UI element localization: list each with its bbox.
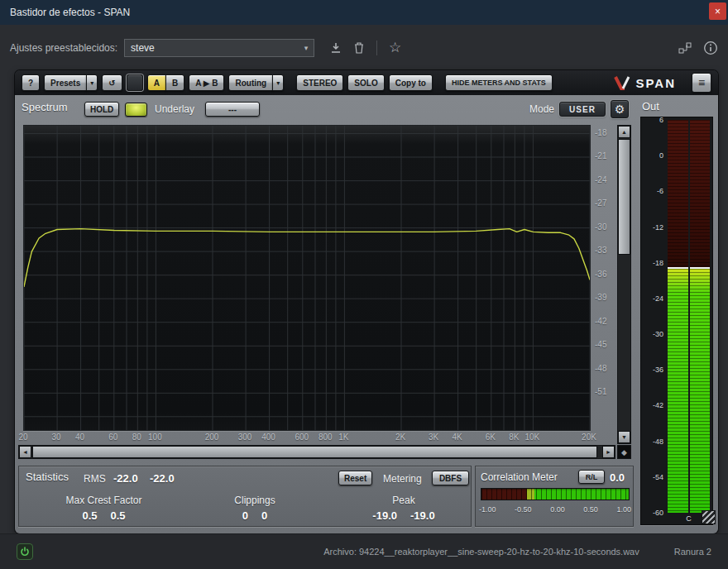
- range-resize-button[interactable]: ◆: [617, 445, 631, 459]
- db-tick-label: -39: [595, 293, 606, 302]
- hold-button[interactable]: HOLD: [84, 102, 119, 117]
- plugin-toolbar: ? Presets ▾ ↺ A B A ▶ B Routing ▾ STEREO…: [15, 70, 718, 95]
- metering-mode-button[interactable]: DBFS: [432, 471, 469, 485]
- correlation-value: 0.0: [610, 471, 625, 484]
- max-crest-label: Max Crest Factor: [65, 495, 141, 506]
- routing-group: Routing ▾: [228, 74, 284, 91]
- logo-text: SPAN: [635, 76, 676, 90]
- delete-preset-button[interactable]: [353, 41, 365, 55]
- voxengo-v-icon: [613, 75, 631, 90]
- undo-button[interactable]: ↺: [102, 74, 122, 91]
- presets-label: Ajustes preestablecidos:: [10, 42, 117, 54]
- vertical-scrollbar[interactable]: ▲ ▼: [617, 125, 631, 444]
- rms-value-right: -22.0: [150, 472, 175, 485]
- host-right-icons: [678, 41, 718, 55]
- db-tick-label: -48: [595, 364, 606, 373]
- freq-tick-label: 1K: [338, 433, 348, 442]
- freq-tick-label: 3K: [429, 433, 438, 442]
- a-to-b-button[interactable]: A ▶ B: [189, 74, 224, 91]
- underlay-button[interactable]: ---: [205, 102, 260, 117]
- mode-button[interactable]: USER: [559, 102, 606, 117]
- correlation-channel-button[interactable]: R/L: [578, 470, 605, 484]
- rms-label: RMS: [84, 473, 106, 485]
- out-tab[interactable]: Out: [642, 100, 659, 112]
- menu-button[interactable]: ≡: [692, 73, 711, 93]
- freq-tick-label: 400: [261, 433, 275, 442]
- solo-button[interactable]: SOLO: [347, 74, 384, 91]
- routing-button[interactable]: Routing: [228, 74, 273, 91]
- peak-label: Peak: [392, 495, 414, 506]
- freq-tick-label: 600: [295, 433, 309, 442]
- freq-tick-label: 200: [205, 433, 219, 442]
- title-bar[interactable]: Bastidor de efectos - SPAN ×: [0, 0, 728, 25]
- horizontal-scrollbar[interactable]: ◄ ►: [18, 445, 615, 459]
- presets-dropdown-arrow[interactable]: ▾: [86, 74, 98, 91]
- preset-select[interactable]: steve ▾: [124, 39, 314, 57]
- db-tick-label: -27: [595, 198, 606, 208]
- output-meter-panel: Out 60-6-12-18-24-30-36-42-48-54-60: [637, 98, 716, 527]
- scroll-left-button[interactable]: ◄: [19, 446, 31, 458]
- settings-gear-button[interactable]: ⚙: [611, 100, 629, 118]
- close-button[interactable]: ×: [709, 2, 726, 20]
- scroll-down-button[interactable]: ▼: [618, 431, 630, 443]
- copy-to-button[interactable]: Copy to: [389, 74, 433, 91]
- db-tick-label: -42: [595, 317, 606, 326]
- correlation-scale-label: 1.00: [616, 505, 631, 514]
- scroll-right-button[interactable]: ►: [602, 446, 615, 458]
- info-button[interactable]: [703, 41, 718, 55]
- statistics-tab[interactable]: Statistics: [26, 471, 69, 483]
- slot-label: Ranura 2: [674, 547, 711, 557]
- max-crest-value-left: 0.5: [82, 509, 97, 522]
- meter-segments: [668, 120, 688, 513]
- save-preset-button[interactable]: [329, 41, 342, 55]
- divider: [376, 41, 377, 55]
- reset-button[interactable]: Reset: [338, 471, 372, 485]
- out-scale-label: -60: [653, 509, 663, 517]
- spectrum-tab[interactable]: Spectrum: [22, 101, 68, 113]
- hide-meters-button[interactable]: HIDE METERS AND STATS: [445, 74, 553, 91]
- output-level-meter[interactable]: 60-6-12-18-24-30-36-42-48-54-60: [640, 117, 713, 525]
- underlay-label: Underlay: [155, 103, 194, 115]
- help-button[interactable]: ?: [22, 74, 40, 91]
- correlation-scale-label: -0.50: [515, 505, 532, 514]
- peak-value-left: -19.0: [372, 509, 397, 522]
- out-scale-label: -54: [653, 473, 663, 481]
- favorite-button[interactable]: ☆: [389, 39, 401, 56]
- plugin-chain-icon[interactable]: [678, 42, 692, 54]
- scroll-up-button[interactable]: ▲: [618, 126, 630, 138]
- db-tick-label: -33: [595, 246, 606, 255]
- presets-group: Presets ▾: [44, 74, 98, 91]
- freq-tick-label: 20K: [582, 433, 596, 442]
- resize-grip[interactable]: [702, 510, 716, 524]
- freq-tick-label: 60: [108, 433, 117, 442]
- db-tick-label: -30: [595, 222, 606, 232]
- info-icon: [703, 41, 718, 55]
- host-preset-bar: Ajustes preestablecidos: steve ▾ ☆: [0, 25, 728, 70]
- span-plugin: ? Presets ▾ ↺ A B A ▶ B Routing ▾ STEREO…: [15, 70, 718, 533]
- horizontal-scroll-thumb[interactable]: [32, 446, 597, 458]
- clippings-stat: Clippings 0 0: [205, 492, 304, 522]
- metering-label: Metering: [383, 473, 422, 485]
- ab-b-button[interactable]: B: [165, 74, 184, 91]
- frequency-axis: 20304060801002003004006008001K2K3K4K6K8K…: [23, 433, 591, 443]
- mode-label: Mode: [529, 103, 554, 115]
- trash-icon: [353, 41, 365, 55]
- save-icon: [329, 41, 342, 55]
- spectrum-enable-led[interactable]: [125, 103, 147, 117]
- spectrum-display[interactable]: [23, 125, 591, 431]
- bypass-button[interactable]: [127, 74, 143, 91]
- out-scale-label: -48: [653, 438, 663, 446]
- file-name: Archivo: 94224__reaktorplayer__sine-swee…: [323, 547, 639, 557]
- power-button[interactable]: [17, 543, 33, 560]
- ab-a-button[interactable]: A: [147, 74, 166, 91]
- stereo-button[interactable]: STEREO: [296, 74, 343, 91]
- voxengo-logo: SPAN: [613, 75, 676, 90]
- effects-rack-window: Bastidor de efectos - SPAN × Ajustes pre…: [0, 0, 728, 569]
- freq-tick-label: 100: [148, 433, 162, 442]
- routing-dropdown-arrow[interactable]: ▾: [272, 74, 284, 91]
- out-scale-label: -6: [657, 187, 663, 195]
- presets-button[interactable]: Presets: [44, 74, 87, 91]
- max-crest-value-right: 0.5: [111, 509, 126, 522]
- db-tick-label: -51: [595, 387, 606, 396]
- vertical-scroll-thumb[interactable]: [618, 139, 630, 255]
